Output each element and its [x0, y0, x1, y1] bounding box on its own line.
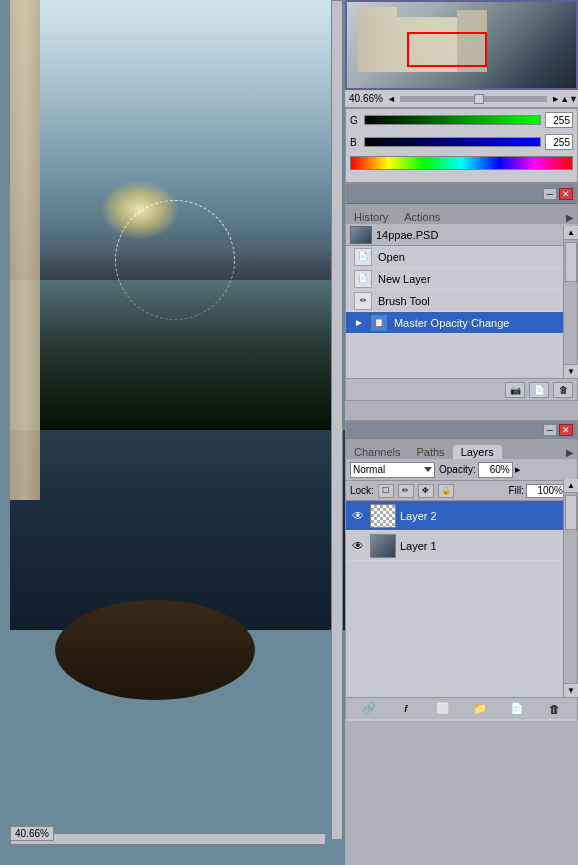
trees-silhouette	[40, 250, 340, 430]
history-scrollbar[interactable]: ▲ ▼	[563, 226, 577, 378]
thumbnail-panel	[345, 0, 578, 90]
blue-value[interactable]: 255	[545, 134, 573, 150]
boat	[55, 600, 255, 700]
history-play-icon: ►	[354, 317, 364, 328]
lock-transparent-btn[interactable]: ☐	[378, 484, 394, 498]
thumbnail-image	[347, 2, 576, 88]
layers-options-row: Normal Opacity: 60% ▶	[346, 459, 577, 481]
layer2-eye-icon[interactable]: 👁	[350, 508, 366, 524]
history-item-brush[interactable]: ✏ Brush Tool	[346, 290, 577, 312]
tab-channels[interactable]: Channels	[346, 445, 408, 459]
history-brush-icon: ✏	[354, 292, 372, 310]
right-panel: 40.66% ◄ ► ▲ ▼ G 255 B 255	[345, 0, 578, 865]
blue-slider[interactable]	[364, 137, 541, 147]
green-channel-row: G 255	[346, 109, 577, 131]
zoom-text: 40.66%	[345, 93, 387, 104]
green-slider[interactable]	[364, 115, 541, 125]
layers-lock-row: Lock: ☐ ✏ ✥ 🔒 Fill: 100% ▶	[346, 481, 577, 501]
layers-titlebar: ─ ✕	[346, 421, 577, 439]
tab-history[interactable]: History	[346, 210, 396, 224]
layers-mask-icon[interactable]: ⬜	[433, 701, 453, 717]
history-opacity-label: Master Opacity Change	[394, 317, 510, 329]
layer1-label: Layer 1	[400, 540, 573, 552]
history-open-icon: 📄	[354, 248, 372, 266]
tab-layers[interactable]: Layers	[453, 445, 502, 459]
canvas-area: 40.66%	[0, 0, 345, 865]
layers-menu-button[interactable]: ▶	[563, 445, 577, 459]
history-item-open[interactable]: 📄 Open	[346, 246, 577, 268]
scroll-right-icon[interactable]: ►	[551, 94, 560, 104]
history-panel: ─ ✕ History Actions ▶ 14ppae.PSD 📄 Open …	[345, 183, 578, 401]
opacity-chevron[interactable]: ▶	[515, 466, 520, 474]
layers-scroll-up[interactable]: ▲	[564, 479, 578, 493]
opacity-value[interactable]: 60%	[478, 462, 513, 478]
layers-scroll-down[interactable]: ▼	[564, 683, 578, 697]
layer1-thumbnail	[370, 534, 396, 558]
lock-position-btn[interactable]: ✥	[418, 484, 434, 498]
canvas-scrollbar-horizontal[interactable]	[10, 833, 326, 845]
layers-tabs-row: Channels Paths Layers ▶	[346, 439, 577, 459]
scroll-controls-row: 40.66% ◄ ► ▲ ▼	[345, 90, 578, 108]
scroll-down-small-icon[interactable]: ▼	[569, 94, 578, 104]
blue-label: B	[350, 137, 360, 148]
history-scroll-thumb[interactable]	[565, 242, 577, 282]
layers-bottom-bar: 🔗 f ⬜ 📁 📄 🗑	[346, 697, 577, 719]
history-file-name: 14ppae.PSD	[376, 229, 438, 241]
layer-row-1[interactable]: 👁 Layer 1	[346, 531, 577, 561]
color-spectrum[interactable]	[350, 156, 573, 170]
history-titlebar-buttons: ─ ✕	[543, 188, 573, 200]
layers-scrollbar[interactable]: ▲ ▼	[563, 479, 577, 697]
layers-new-group-icon[interactable]: 📁	[470, 701, 490, 717]
history-scroll-down[interactable]: ▼	[564, 364, 578, 378]
layer-row-2[interactable]: 👁 Layer 2	[346, 501, 577, 531]
layers-new-layer-icon[interactable]: 📄	[507, 701, 527, 717]
layers-minimize-button[interactable]: ─	[543, 424, 557, 436]
history-minimize-button[interactable]: ─	[543, 188, 557, 200]
history-scroll-up[interactable]: ▲	[564, 226, 578, 240]
history-file-row: 14ppae.PSD	[346, 224, 577, 246]
blue-channel-row: B 255	[346, 131, 577, 153]
history-delete-icon[interactable]: 🗑	[553, 382, 573, 398]
layers-scroll-thumb[interactable]	[565, 495, 577, 530]
tab-paths[interactable]: Paths	[408, 445, 452, 459]
fill-value[interactable]: 100%	[526, 484, 566, 498]
zoom-indicator: 40.66%	[10, 826, 54, 841]
layer2-label: Layer 2	[400, 510, 573, 522]
scroll-slider[interactable]	[400, 96, 547, 102]
layer1-eye-icon[interactable]: 👁	[350, 538, 366, 554]
layer2-thumbnail	[370, 504, 396, 528]
history-tabs-row: History Actions ▶	[346, 204, 577, 224]
history-opacity-icon: 📋	[370, 314, 388, 332]
history-open-label: Open	[378, 251, 405, 263]
layers-close-button[interactable]: ✕	[559, 424, 573, 436]
opacity-label: Opacity:	[439, 464, 476, 475]
blend-mode-select[interactable]: Normal	[350, 462, 435, 478]
color-panel: G 255 B 255	[345, 108, 578, 183]
history-new-layer-icon: 📄	[354, 270, 372, 288]
lock-image-btn[interactable]: ✏	[398, 484, 414, 498]
opacity-control: Opacity: 60% ▶	[439, 462, 520, 478]
history-new-icon[interactable]: 📄	[529, 382, 549, 398]
scroll-up-small-icon[interactable]: ▲	[560, 94, 569, 104]
history-camera-icon[interactable]: 📷	[505, 382, 525, 398]
history-file-thumb	[350, 226, 372, 244]
fill-label: Fill:	[508, 485, 524, 496]
layers-link-icon[interactable]: 🔗	[359, 701, 379, 717]
layers-fx-icon[interactable]: f	[396, 701, 416, 717]
green-label: G	[350, 115, 360, 126]
history-close-button[interactable]: ✕	[559, 188, 573, 200]
tab-actions[interactable]: Actions	[396, 210, 448, 224]
history-item-new-layer[interactable]: 📄 New Layer	[346, 268, 577, 290]
layers-panel: ─ ✕ Channels Paths Layers ▶ Normal Opaci…	[345, 420, 578, 720]
thumbnail-red-rect	[407, 32, 487, 67]
canvas-scrollbar-vertical[interactable]	[331, 0, 343, 840]
history-item-opacity[interactable]: ► 📋 Master Opacity Change	[346, 312, 577, 334]
scroll-left-icon[interactable]: ◄	[387, 94, 396, 104]
layers-delete-icon[interactable]: 🗑	[544, 701, 564, 717]
lock-label: Lock:	[350, 485, 374, 496]
history-menu-button[interactable]: ▶	[563, 210, 577, 224]
building-left	[10, 0, 40, 500]
lock-all-btn[interactable]: 🔒	[438, 484, 454, 498]
history-titlebar: ─ ✕	[346, 184, 577, 204]
green-value[interactable]: 255	[545, 112, 573, 128]
